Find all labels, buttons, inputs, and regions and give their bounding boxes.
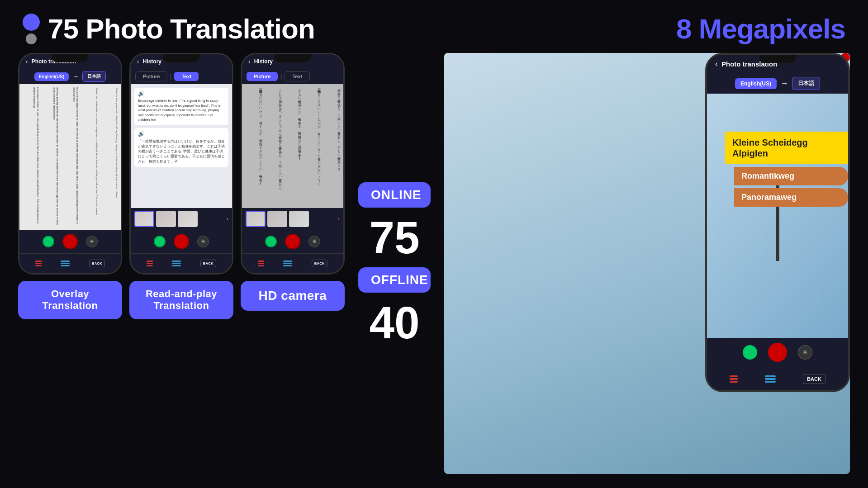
thumb2[interactable] [156,211,176,227]
large-phone-frame: ‹ Photo translation English(US) → 日本語 Kl… [705,53,850,392]
large-star-icon: ✳ [802,349,808,356]
phone1-green-btn[interactable] [43,236,54,247]
read-play-label: Read-and-play Translation [129,281,233,319]
phone1-lang-from[interactable]: English(US) [34,72,69,81]
thumb3-1[interactable] [246,211,266,227]
phone2-frame: ‹ History Picture | Text 🔊 Encourage chi… [129,53,233,275]
phone2-content: 🔊 Encourage children to learn "it's a go… [131,84,232,208]
phone2-green-btn[interactable] [154,236,166,247]
hd-camera-label: HD camera [241,281,345,311]
phone1-red-btn[interactable] [62,234,78,249]
thumb1[interactable] [134,211,154,227]
phone1-nav-icon2[interactable] [61,261,70,266]
page-title: 75 Photo Translation [48,13,315,45]
phone3-nav-icon2[interactable] [283,261,292,266]
nav-bar-blue2 [61,263,70,264]
text-block-en-header: 🔊 [138,90,225,97]
tab3-separator: | [280,73,282,80]
phone1-nav-icon1[interactable] [35,261,42,266]
lg-nav-r3 [730,381,738,383]
main-content: ‹ Photo translation English(US) → 日本語 En… [0,45,868,474]
phone1-wrapper: ‹ Photo translation English(US) → 日本語 En… [18,53,122,319]
jp-col2: これは子供の親が言うべきことである学習、遊びと健康は子供にとって同じくらい重要で… [263,86,283,206]
tab-text[interactable]: Text [174,72,199,81]
phone2-nav-icon2[interactable] [172,261,181,266]
large-back-btn[interactable]: BACK [803,374,825,384]
large-nav-icon2[interactable] [765,375,776,383]
phone2-back-arrow[interactable]: ‹ [137,58,139,65]
phone3-content: 一生懸命勉強するのはいいけど、何をするか、自分が疲れすぎないように、勉強を励ます… [242,84,343,208]
phone3-back-arrow[interactable]: ‹ [248,58,251,65]
phone2-tab-bar: Picture | Text [131,69,232,84]
phone2-thumbnails: › [131,208,232,230]
phone3-green-btn[interactable] [265,236,277,247]
megapixels-label: 8 Megapixels [676,13,845,45]
p2-nav-bar-b1 [172,261,181,262]
phone2-back-btn[interactable]: BACK [200,260,216,267]
large-phone-screen: Kleine Scheidegg Alpiglen Romantikweg Pa… [707,94,848,338]
large-nav-icon1[interactable] [730,375,738,383]
nav-bar-red2 [35,263,42,264]
lg-nav-r2 [730,378,738,380]
p3-nav-bar-r1 [258,261,264,262]
jp-col5: 学習、遊びと健康は子供にとって同じくらい重要である。子どもに愛情を感じさせ [322,86,342,206]
gray-dot [26,33,37,44]
star-icon3: ✳ [312,238,317,245]
header: 75 Photo Translation 8 Megapixels [0,0,868,45]
thumb-next-arrow[interactable]: › [227,216,228,222]
phone1-back-btn[interactable]: BACK [89,260,105,267]
phone2-red-btn[interactable] [174,234,189,249]
large-phone-bottom: ✳ [707,338,848,367]
large-phone-nav: BACK [707,367,848,390]
speaker-icon-en[interactable]: 🔊 [138,90,145,97]
phone3-back-btn[interactable]: BACK [312,260,327,267]
sign-post-area: Kleine Scheidegg Alpiglen Romantikweg Pa… [707,94,848,338]
overlay-translation-label: Overlay Translation [18,281,122,319]
thumb3-2[interactable] [267,211,287,227]
large-red-btn[interactable] [768,343,787,362]
phone1-star-btn[interactable]: ✳ [86,236,98,247]
thumb3[interactable] [178,211,198,227]
phone3-nav: BACK [242,253,343,273]
offline-number: 40 [369,300,419,345]
phone3-red-btn[interactable] [285,234,300,249]
text-content-en: Encourage children to learn "it's a good… [138,99,225,123]
phone2-nav-icon1[interactable] [147,261,153,266]
jp-col3: 子どもに愛情を感じさせ、勉強を励ます。子供の気質に合った方法で子供を励ます [283,86,302,206]
large-back-arrow[interactable]: ‹ [715,59,718,69]
phone2-star-btn[interactable]: ✳ [197,236,209,247]
overlay-col-5: children is what parents of children sho… [100,86,119,228]
thumb3-3[interactable] [289,211,309,227]
tab-separator: | [170,73,171,80]
nav-bar-blue1 [61,261,70,262]
tab3-text[interactable]: Text [285,71,310,81]
phone3-wrapper: ‹ History Picture | Text 一生懸命勉強するのはいいけど、… [241,53,345,311]
phone1-lang-to[interactable]: 日本語 [82,71,106,82]
phone3-notch [275,54,311,62]
speaker-icon-jp[interactable]: 🔊 [138,131,145,137]
phone2-title: History [143,58,161,65]
thumb3-next-arrow[interactable]: › [338,216,340,222]
phone3-star-btn[interactable]: ✳ [308,236,320,247]
phone3-nav-icon1[interactable] [258,261,264,266]
nav-bar-red1 [35,261,42,262]
tab3-picture[interactable]: Picture [247,72,278,81]
signs-container: Kleine Scheidegg Alpiglen Romantikweg Pa… [725,132,848,207]
large-lang-from[interactable]: English(US) [735,78,777,89]
overlay-col-4: children. Let children feel care and enc… [81,86,100,228]
overlay-col-2: learning, playing and health are all equ… [41,86,60,228]
tab-picture[interactable]: Picture [135,71,167,81]
phone1-nav: BACK [19,253,121,273]
large-lang-to[interactable]: 日本語 [792,77,820,90]
large-star-btn[interactable]: ✳ [798,345,812,360]
sign-brown2: Panoramaweg [734,188,848,207]
text-content-jp: 「一生懸命勉強するのはいいけど、何をするか、自分が疲れすぎないように」と勉強を励… [138,139,225,164]
dot-group [23,14,40,44]
lg-nav-b1 [765,375,776,377]
phone1-back-arrow[interactable]: ‹ [26,58,28,65]
right-section: ‹ Photo translation English(US) → 日本語 Kl… [444,53,850,474]
text-block-jp: 🔊 「一生懸命勉強するのはいいけど、何をするか、自分が疲れすぎないように」と勉強… [134,128,228,167]
large-green-btn[interactable] [743,345,757,360]
lg-nav-b3 [765,381,776,383]
blue-dot [23,14,40,31]
